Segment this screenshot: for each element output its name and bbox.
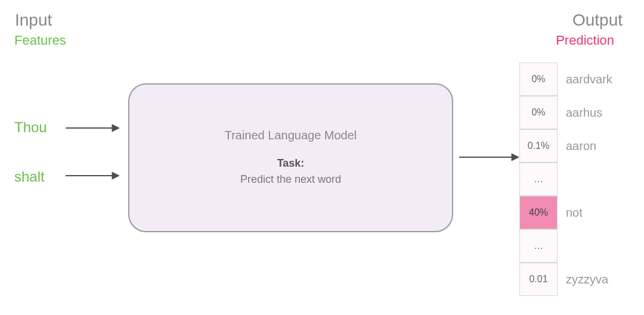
output-row: …: [519, 229, 623, 263]
input-header: Input: [15, 11, 52, 30]
arrow-icon: [66, 170, 119, 182]
output-cell: 0.01: [519, 263, 558, 296]
model-task-label: Task:: [277, 157, 305, 169]
output-row: 0% aarhus: [519, 96, 623, 129]
output-cell: 0%: [519, 63, 558, 96]
output-word-label: aarhus: [566, 106, 623, 120]
arrow-icon: [459, 151, 519, 163]
svg-marker-5: [512, 154, 519, 161]
output-word-label: zyzzyva: [566, 273, 623, 286]
output-cell-highlight: 40%: [519, 196, 558, 229]
output-word-label: aardvark: [566, 73, 623, 86]
output-row: 0% aardvark: [519, 63, 623, 96]
input-word-2: shalt: [14, 169, 47, 185]
output-word-label: aaron: [566, 139, 623, 153]
output-row: 0.01 zyzzyva: [519, 263, 623, 296]
output-row: 0.1% aaron: [519, 129, 623, 163]
output-cell: …: [519, 163, 558, 196]
output-row: …: [519, 163, 623, 196]
model-task: Task: Predict the next word: [240, 155, 341, 188]
output-cell: 0.1%: [519, 129, 558, 163]
prediction-label: Prediction: [556, 33, 614, 48]
model-title: Trained Language Model: [225, 129, 357, 142]
model-task-desc: Predict the next word: [240, 173, 341, 185]
output-cell: 0%: [519, 96, 558, 129]
output-column: 0% aardvark 0% aarhus 0.1% aaron … 40% n…: [519, 63, 623, 296]
output-row: 40% not: [519, 196, 623, 229]
svg-marker-1: [112, 124, 119, 132]
svg-marker-3: [112, 172, 119, 179]
features-label: Features: [14, 33, 66, 48]
output-header: Output: [572, 11, 623, 30]
output-word-label: not: [566, 206, 623, 220]
arrow-icon: [66, 122, 119, 134]
model-box: Trained Language Model Task: Predict the…: [128, 83, 453, 232]
output-cell: …: [519, 229, 558, 263]
input-words: Thou shalt: [14, 119, 47, 218]
input-word-1: Thou: [14, 119, 47, 136]
